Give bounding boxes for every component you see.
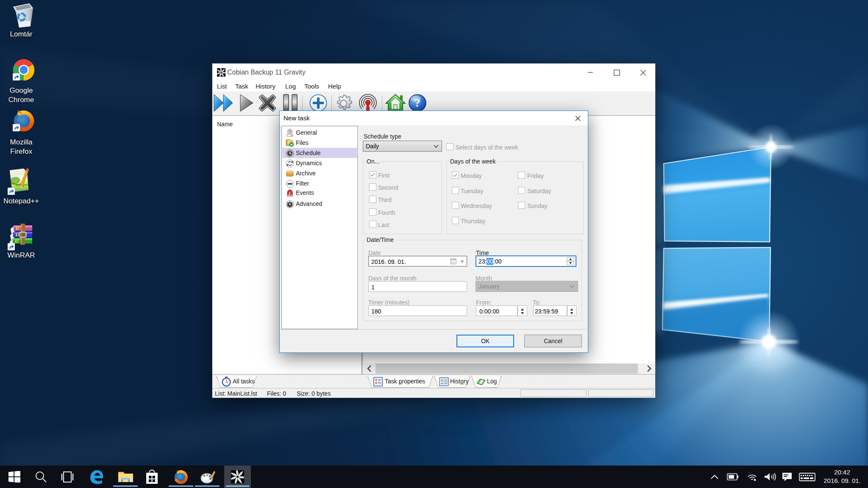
svg-text:?: ? [415, 96, 420, 109]
